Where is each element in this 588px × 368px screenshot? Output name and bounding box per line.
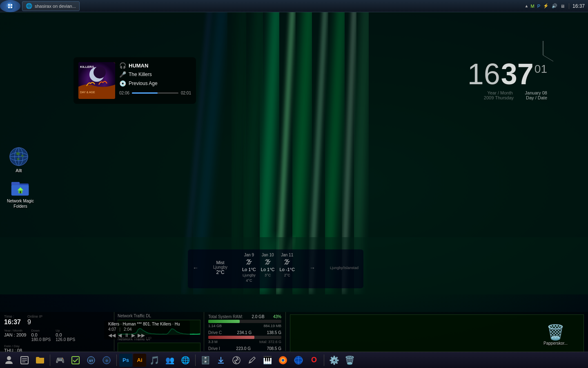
time-remaining: 02:01 xyxy=(181,91,191,95)
taskbar-piano[interactable]: 🎹 xyxy=(260,353,275,368)
taskbar-spin[interactable] xyxy=(229,353,244,368)
sysmon-date-section: Year / Month JAN : 2009 Down 0.0 180.0 B… xyxy=(4,329,110,342)
player-prev-prev[interactable]: ◀◀ xyxy=(108,332,116,338)
taskbar-settings[interactable]: ⚙️ xyxy=(327,353,341,368)
taskbar-download[interactable] xyxy=(214,353,228,368)
artist-name: The Killers xyxy=(129,72,152,77)
taskbar-task[interactable] xyxy=(68,353,83,368)
ram-section: Total System RAM: 2.0 GB 43% 1.14 GB 884… xyxy=(208,314,281,328)
analog-clock-lines xyxy=(527,39,559,72)
mic-icon: 🎤 xyxy=(119,71,126,78)
active-window-task[interactable]: 🌐 shasirax on devian... xyxy=(22,1,80,11)
tray-expand[interactable]: ▲ xyxy=(525,4,529,8)
bottom-player: Killers · Human *** 801. The Killers · H… xyxy=(104,321,190,339)
clock-labels: Year / Month January 08 2009 Thursday Da… xyxy=(468,90,547,100)
svg-text:DAY & AGE: DAY & AGE xyxy=(80,91,95,94)
ram-header: Total System RAM: 2.0 GB 43% xyxy=(208,314,281,319)
sysmon-time: Time : 16:37 xyxy=(4,314,21,326)
taskbar-music[interactable]: 🎵 xyxy=(147,353,162,368)
start-button[interactable] xyxy=(0,0,20,12)
progress-fill xyxy=(132,92,158,94)
date-day-label: Date / Day xyxy=(4,344,110,348)
taskbar-sep-3 xyxy=(195,355,196,366)
down-speed: 180.0 BPS xyxy=(31,337,51,342)
tray-icon-2[interactable]: P xyxy=(537,3,541,9)
drive-i-used: 223.0 G xyxy=(236,346,251,351)
sysmon-year-month: Year / Month JAN : 2009 xyxy=(4,329,26,342)
nmf-label: Network Magic Folders xyxy=(6,198,35,209)
svg-point-30 xyxy=(94,66,106,79)
system-tray: ▲ M P ⚡ 🔊 🖥 xyxy=(525,2,566,9)
taskbar-person[interactable] xyxy=(2,353,16,368)
player-pause[interactable]: ⏸ xyxy=(124,332,129,338)
taskbar-steam[interactable]: ST xyxy=(84,353,98,368)
svg-point-52 xyxy=(282,359,284,361)
desktop-icon-nmf[interactable]: Network Magic Folders xyxy=(4,176,37,211)
sysmon-up: Up 0.0 126.0 BPS xyxy=(56,329,75,342)
sysmon-time-val: 16:37 xyxy=(4,319,21,326)
player-next-next[interactable]: ▶▶ xyxy=(138,332,145,338)
taskbar-pen[interactable] xyxy=(245,353,259,368)
drive-c-bar-bg xyxy=(208,336,281,339)
allt-label: Allt xyxy=(16,168,22,173)
task-label: shasirax on devian... xyxy=(35,4,76,9)
weather-widget: ← Mist Ljungby 2°C Jan 9 🌫 Lo 1°C Ljungb… xyxy=(188,249,363,288)
taskbar-database[interactable]: 🗄️ xyxy=(198,353,213,368)
svg-text:KILLERS: KILLERS xyxy=(80,65,94,69)
player-next[interactable]: ▶ xyxy=(131,332,135,338)
taskbar-files[interactable] xyxy=(17,353,32,368)
taskbar: 🎮 ST ⚙ Ps Ai 🎵 👥 🌐 xyxy=(0,352,588,368)
drive-c-bar-fill xyxy=(208,336,254,339)
player-time1: 4:07 xyxy=(108,327,116,332)
day-date-val: Day / Date xyxy=(526,95,547,100)
weather-nav-prev[interactable]: ← xyxy=(193,265,198,271)
album-row: 💿 Previous Age xyxy=(119,80,191,87)
drive-c-section: Drive C 234.1 G 138.5 G 3.3 M total: 372… xyxy=(208,330,281,344)
sysmon-ram-drives: Total System RAM: 2.0 GB 43% 1.14 GB 884… xyxy=(204,312,286,351)
taskbar-blue-globe[interactable] xyxy=(291,353,306,368)
taskbar-folder[interactable] xyxy=(33,353,47,368)
time-label: Time : xyxy=(4,314,21,319)
ram-total: 2.0 GB xyxy=(252,314,264,319)
desktop: 🌐 shasirax on devian... ▲ M P ⚡ 🔊 🖥 16:3… xyxy=(0,0,588,368)
tray-icon-1[interactable]: M xyxy=(530,3,535,9)
taskbar-opera[interactable]: O xyxy=(307,353,321,368)
progress-container: 02:06 02:01 xyxy=(119,91,191,95)
down-label: Down xyxy=(31,329,51,332)
svg-rect-23 xyxy=(11,182,20,185)
taskbar-sep-2 xyxy=(116,355,117,366)
clock-label-row-2: 2009 Thursday Day / Date xyxy=(468,95,547,100)
player-track: Killers · Human *** 801. The Killers · H… xyxy=(108,322,186,326)
taskbar-users[interactable]: 👥 xyxy=(163,353,177,368)
taskbar-trashbin[interactable]: 🗑️ xyxy=(342,353,357,368)
progress-bar[interactable] xyxy=(132,92,178,94)
sysmon-time-section: Time : 16:37 Online IP 9 xyxy=(4,314,110,326)
desktop-icon-allt[interactable]: Allt xyxy=(4,145,33,175)
taskbar-gamecontroller[interactable]: 🎮 xyxy=(53,353,67,368)
sysmon-left: Time : 16:37 Online IP 9 Year / Month JA… xyxy=(0,312,114,351)
down-val: 0.0 xyxy=(31,332,51,337)
drive-i-total: 708.5 G xyxy=(267,346,281,351)
drive-c-detail: 3.3 M xyxy=(208,340,218,344)
weather-nav-next[interactable]: → xyxy=(310,265,315,271)
drive-i-header: Drive I 223.0 G 708.5 G xyxy=(208,346,281,351)
taskbar-photoshop[interactable]: Ps xyxy=(119,354,132,367)
taskbar-icons: 🎮 ST ⚙ Ps Ai 🎵 👥 🌐 xyxy=(0,352,359,368)
cpu-section: CPU 1 xyxy=(286,312,588,351)
taskbar-firefox[interactable] xyxy=(276,353,290,368)
taskbar-globe[interactable]: 🌐 xyxy=(178,353,193,368)
tray-icon-3[interactable]: ⚡ xyxy=(542,2,550,9)
year-month-val: January 08 xyxy=(525,90,547,95)
tray-icon-4[interactable]: 🔊 xyxy=(551,2,558,9)
taskbar-steam2[interactable]: ⚙ xyxy=(99,353,114,368)
svg-line-35 xyxy=(543,55,553,61)
player-prev[interactable]: ◀ xyxy=(118,332,122,338)
recycle-bin[interactable]: 🗑️ Papperskor... xyxy=(543,324,568,346)
drive-c-used: 234.1 G xyxy=(237,330,252,335)
system-monitor: Time : 16:37 Online IP 9 Year / Month JA… xyxy=(0,312,588,351)
clock-label-row-1: Year / Month January 08 xyxy=(468,90,547,95)
taskbar-illustrator[interactable]: Ai xyxy=(133,354,146,367)
svg-point-15 xyxy=(6,2,14,10)
year-month-key: Year / Month xyxy=(488,90,513,95)
tray-icon-5[interactable]: 🖥 xyxy=(559,3,566,9)
